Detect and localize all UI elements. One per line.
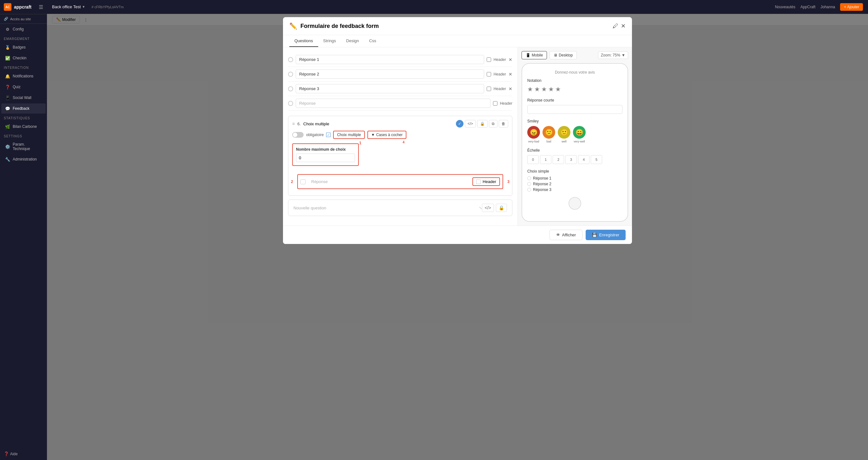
project-hash: # cFRbYPfyLsHVTm xyxy=(91,5,123,9)
response-input-3[interactable] xyxy=(296,84,434,93)
response-list: Header ✕ Header ✕ xyxy=(288,52,434,111)
cases-dropdown-text: Cases à cocher xyxy=(376,132,403,137)
annotated-response-wrapper: 2 Header 3 xyxy=(297,174,434,189)
sidebar-item-config[interactable]: ⚙ Config xyxy=(1,24,46,34)
response-radio-empty[interactable] xyxy=(288,101,293,106)
modal-title: ✏️ Formulaire de feedback form xyxy=(289,22,379,30)
sidebar-item-checkin[interactable]: ✅ Checkin xyxy=(1,53,46,63)
modal-body: Header ✕ Header ✕ xyxy=(283,47,434,225)
modal-tabs: Questions Strings Design Css xyxy=(283,35,434,47)
choix-multiple-dropdown-text: Choix multiple xyxy=(337,132,361,137)
new-question-text: Nouvelle question xyxy=(293,206,434,210)
tab-design[interactable]: Design xyxy=(341,35,364,47)
badges-icon: 🏅 xyxy=(5,45,10,50)
checkin-icon: ✅ xyxy=(5,56,10,61)
response-input-2[interactable] xyxy=(296,69,434,79)
tab-questions[interactable]: Questions xyxy=(289,35,318,47)
drag-handle[interactable]: ≡ xyxy=(292,121,295,126)
sidebar: AC appcraft ☰ 🔗 Accès au site ⚙ Config E… xyxy=(0,0,47,230)
appcraft-logo-icon: AC xyxy=(4,3,11,11)
obligatoire-label: obligatoire xyxy=(306,132,323,137)
left-panel: Header ✕ Header ✕ xyxy=(283,47,434,225)
sidebar-item-administration[interactable]: 🔧 Administration xyxy=(1,154,46,164)
question-number-6: 6. xyxy=(297,122,301,126)
tab-css[interactable]: Css xyxy=(364,35,381,47)
sidebar-logo[interactable]: AC appcraft ☰ xyxy=(0,0,47,14)
notifications-icon: 🔔 xyxy=(5,73,10,79)
response-radio-1[interactable] xyxy=(288,57,293,62)
section-interaction: INTERACTION xyxy=(0,63,47,71)
project-title: Back office Test ▼ xyxy=(52,4,85,9)
response-radio-2[interactable] xyxy=(288,72,293,77)
sidebar-item-notifications[interactable]: 🔔 Notifications xyxy=(1,71,46,81)
social-wall-icon: 📱 xyxy=(5,95,10,100)
form-icon: ✏️ xyxy=(289,22,297,30)
param-technique-icon: ⚙️ xyxy=(5,144,10,149)
response-row-empty: Header xyxy=(288,96,434,111)
max-choix-wrapper: Nombre maximum de choix xyxy=(292,144,359,166)
question-6-header: ≡ 6. Choix multiple ✓ </> 🔒 ⧉ 🗑 xyxy=(292,120,434,127)
response-row-2: Header ✕ xyxy=(288,67,434,82)
administration-icon: 🔧 xyxy=(5,157,10,162)
access-icon: 🔗 xyxy=(4,17,8,21)
annotation-4-label: 4 xyxy=(403,140,404,144)
question-title-6: Choix multiple xyxy=(303,122,434,126)
sidebar-item-feedback[interactable]: 💬 Feedback xyxy=(1,103,46,114)
response-row-1: Header ✕ xyxy=(288,52,434,67)
response-input-1[interactable] xyxy=(296,55,434,64)
response-checkbox-q6[interactable] xyxy=(301,179,306,184)
annotation-2-label: 2 xyxy=(291,180,293,184)
max-choix-input[interactable] xyxy=(296,154,355,162)
appcraft-logo-text: appcraft xyxy=(14,4,31,9)
sidebar-item-param-technique[interactable]: ⚙️ Param. Technique xyxy=(1,140,46,154)
tab-strings[interactable]: Strings xyxy=(318,35,341,47)
sidebar-access-btn[interactable]: 🔗 Accès au site xyxy=(0,14,47,24)
quiz-icon: ❓ xyxy=(5,84,10,89)
sidebar-menu-icon[interactable]: ☰ xyxy=(39,4,43,10)
obligatoire-toggle[interactable] xyxy=(292,132,304,138)
response-row-3: Header ✕ xyxy=(288,82,434,96)
cases-a-cocher-dropdown[interactable]: ▼ Cases à cocher 4 xyxy=(367,131,406,139)
annotation-1-label: 1 xyxy=(359,141,361,145)
max-choix-label: Nombre maximum de choix xyxy=(296,147,355,152)
modal-footer: 👁 Afficher 💾 Enregistrer xyxy=(283,225,434,230)
feedback-icon: 💬 xyxy=(5,106,10,111)
choix-multiple-checkbox[interactable]: ✓ xyxy=(326,132,331,137)
sidebar-item-social-wall[interactable]: 📱 Social Wall xyxy=(1,93,46,103)
modal-overlay: ✏️ Formulaire de feedback form 🖊 ✕ Quest… xyxy=(47,14,434,230)
chevron-down-icon: ▼ xyxy=(82,5,85,8)
question-6-settings: obligatoire ✓ Choix multiple ▼ Cases à c… xyxy=(292,131,434,139)
response-radio-3[interactable] xyxy=(288,86,293,91)
sidebar-item-quiz[interactable]: ❓ Quiz xyxy=(1,82,46,92)
choix-multiple-dropdown[interactable]: Choix multiple xyxy=(333,131,365,139)
sidebar-item-bilan-carbone[interactable]: 🌿 Bilan Carbone xyxy=(1,122,46,132)
sidebar-item-badges[interactable]: 🏅 Badges xyxy=(1,42,46,52)
cases-dropdown-arrow: ▼ xyxy=(371,132,375,137)
config-icon: ⚙ xyxy=(5,27,10,32)
response-input-empty[interactable] xyxy=(296,99,434,108)
question-6-block: ≡ 6. Choix multiple ✓ </> 🔒 ⧉ 🗑 xyxy=(288,116,434,196)
response-input-q6[interactable] xyxy=(308,177,434,186)
annotated-response-row: Header xyxy=(297,174,434,189)
section-emargement: EMARGEMENT xyxy=(0,35,47,42)
topbar: Back office Test ▼ # cFRbYPfyLsHVTm Nouv… xyxy=(47,0,434,14)
modal-header: ✏️ Formulaire de feedback form 🖊 ✕ xyxy=(283,17,434,35)
modal: ✏️ Formulaire de feedback form 🖊 ✕ Quest… xyxy=(283,17,434,230)
main-content: ✏️ Modifier ⋮ ✏️ Formulaire de feedback … xyxy=(47,14,434,230)
section-settings: SETTINGS xyxy=(0,132,47,139)
section-statistiques: STATISTIQUES xyxy=(0,114,47,121)
new-question-row: Nouvelle question ⤡ </> 🔒 xyxy=(288,200,434,216)
bilan-carbone-icon: 🌿 xyxy=(5,124,10,129)
